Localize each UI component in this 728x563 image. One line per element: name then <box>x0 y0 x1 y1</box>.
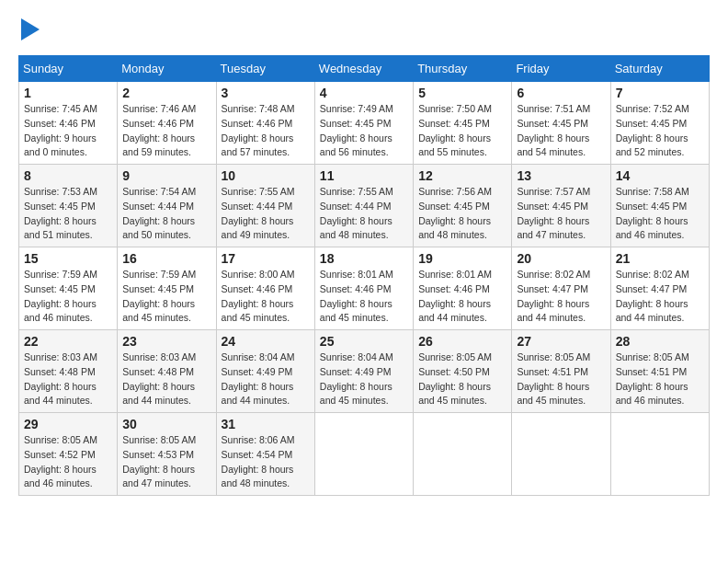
day-number: 11 <box>320 168 408 183</box>
day-header-saturday: Saturday <box>610 56 709 82</box>
day-info: Sunrise: 7:50 AMSunset: 4:45 PMDaylight:… <box>418 102 506 160</box>
day-info: Sunrise: 8:05 AMSunset: 4:53 PMDaylight:… <box>122 433 210 491</box>
calendar-cell: 18Sunrise: 8:01 AMSunset: 4:46 PMDayligh… <box>314 247 413 330</box>
calendar-cell: 5Sunrise: 7:50 AMSunset: 4:45 PMDaylight… <box>414 82 512 165</box>
calendar-cell: 11Sunrise: 7:55 AMSunset: 4:44 PMDayligh… <box>314 165 413 247</box>
day-number: 13 <box>517 168 605 183</box>
calendar-cell: 4Sunrise: 7:49 AMSunset: 4:45 PMDaylight… <box>314 82 413 165</box>
calendar-cell: 2Sunrise: 7:46 AMSunset: 4:46 PMDaylight… <box>118 82 216 165</box>
calendar-cell: 21Sunrise: 8:02 AMSunset: 4:47 PMDayligh… <box>610 247 709 330</box>
calendar-cell: 19Sunrise: 8:01 AMSunset: 4:46 PMDayligh… <box>414 247 512 330</box>
day-number: 10 <box>222 168 310 183</box>
day-info: Sunrise: 7:58 AMSunset: 4:45 PMDaylight:… <box>616 185 704 243</box>
calendar-cell: 29Sunrise: 8:05 AMSunset: 4:52 PMDayligh… <box>19 413 118 496</box>
calendar-cell: 1Sunrise: 7:45 AMSunset: 4:46 PMDaylight… <box>19 82 118 165</box>
day-number: 17 <box>222 251 310 266</box>
day-info: Sunrise: 8:03 AMSunset: 4:48 PMDaylight:… <box>24 350 112 408</box>
calendar-cell: 28Sunrise: 8:05 AMSunset: 4:51 PMDayligh… <box>610 330 709 413</box>
calendar-week-1: 1Sunrise: 7:45 AMSunset: 4:46 PMDaylight… <box>19 82 710 165</box>
day-info: Sunrise: 7:55 AMSunset: 4:44 PMDaylight:… <box>320 185 408 243</box>
day-info: Sunrise: 8:03 AMSunset: 4:48 PMDaylight:… <box>122 350 210 408</box>
day-info: Sunrise: 7:55 AMSunset: 4:44 PMDaylight:… <box>222 185 310 243</box>
calendar-cell: 7Sunrise: 7:52 AMSunset: 4:45 PMDaylight… <box>610 82 709 165</box>
day-header-monday: Monday <box>118 56 216 82</box>
calendar-cell: 14Sunrise: 7:58 AMSunset: 4:45 PMDayligh… <box>610 165 709 247</box>
day-info: Sunrise: 7:46 AMSunset: 4:46 PMDaylight:… <box>122 102 210 160</box>
day-header-friday: Friday <box>512 56 610 82</box>
day-number: 18 <box>320 251 408 266</box>
day-number: 29 <box>24 417 112 431</box>
day-number: 12 <box>418 168 506 183</box>
day-header-tuesday: Tuesday <box>216 56 314 82</box>
calendar-cell: 31Sunrise: 8:06 AMSunset: 4:54 PMDayligh… <box>216 413 314 496</box>
day-number: 27 <box>517 334 605 349</box>
day-header-sunday: Sunday <box>19 56 118 82</box>
day-number: 26 <box>418 334 506 349</box>
day-info: Sunrise: 7:49 AMSunset: 4:45 PMDaylight:… <box>320 102 408 160</box>
calendar-cell: 26Sunrise: 8:05 AMSunset: 4:50 PMDayligh… <box>414 330 512 413</box>
day-info: Sunrise: 8:04 AMSunset: 4:49 PMDaylight:… <box>320 350 408 408</box>
day-info: Sunrise: 7:57 AMSunset: 4:45 PMDaylight:… <box>517 185 605 243</box>
day-number: 2 <box>122 86 210 100</box>
day-info: Sunrise: 8:02 AMSunset: 4:47 PMDaylight:… <box>517 268 605 326</box>
day-number: 28 <box>616 334 704 349</box>
calendar-week-4: 22Sunrise: 8:03 AMSunset: 4:48 PMDayligh… <box>19 330 710 413</box>
calendar-cell <box>610 413 709 496</box>
calendar-cell <box>314 413 413 496</box>
day-info: Sunrise: 7:51 AMSunset: 4:45 PMDaylight:… <box>517 102 605 160</box>
day-number: 30 <box>122 417 210 431</box>
day-number: 31 <box>222 417 310 431</box>
calendar-cell: 27Sunrise: 8:05 AMSunset: 4:51 PMDayligh… <box>512 330 610 413</box>
day-number: 3 <box>222 86 310 100</box>
calendar-cell <box>414 413 512 496</box>
calendar-cell: 30Sunrise: 8:05 AMSunset: 4:53 PMDayligh… <box>118 413 216 496</box>
day-info: Sunrise: 7:59 AMSunset: 4:45 PMDaylight:… <box>122 268 210 326</box>
calendar-cell: 3Sunrise: 7:48 AMSunset: 4:46 PMDaylight… <box>216 82 314 165</box>
day-number: 24 <box>222 334 310 349</box>
day-info: Sunrise: 7:48 AMSunset: 4:46 PMDaylight:… <box>222 102 310 160</box>
day-info: Sunrise: 7:45 AMSunset: 4:46 PMDaylight:… <box>24 102 112 160</box>
calendar-table: SundayMondayTuesdayWednesdayThursdayFrid… <box>18 55 710 496</box>
day-info: Sunrise: 7:59 AMSunset: 4:45 PMDaylight:… <box>24 268 112 326</box>
day-number: 20 <box>517 251 605 266</box>
day-info: Sunrise: 8:01 AMSunset: 4:46 PMDaylight:… <box>418 268 506 326</box>
day-info: Sunrise: 7:54 AMSunset: 4:44 PMDaylight:… <box>122 185 210 243</box>
calendar-cell: 20Sunrise: 8:02 AMSunset: 4:47 PMDayligh… <box>512 247 610 330</box>
day-number: 19 <box>418 251 506 266</box>
day-info: Sunrise: 8:04 AMSunset: 4:49 PMDaylight:… <box>222 350 310 408</box>
calendar-cell: 16Sunrise: 7:59 AMSunset: 4:45 PMDayligh… <box>118 247 216 330</box>
day-header-wednesday: Wednesday <box>314 56 413 82</box>
day-number: 16 <box>122 251 210 266</box>
day-info: Sunrise: 8:05 AMSunset: 4:50 PMDaylight:… <box>418 350 506 408</box>
calendar-cell: 25Sunrise: 8:04 AMSunset: 4:49 PMDayligh… <box>314 330 413 413</box>
calendar-cell: 13Sunrise: 7:57 AMSunset: 4:45 PMDayligh… <box>512 165 610 247</box>
calendar-cell: 8Sunrise: 7:53 AMSunset: 4:45 PMDaylight… <box>19 165 118 247</box>
day-info: Sunrise: 8:02 AMSunset: 4:47 PMDaylight:… <box>616 268 704 326</box>
day-number: 15 <box>24 251 112 266</box>
calendar-cell: 22Sunrise: 8:03 AMSunset: 4:48 PMDayligh… <box>19 330 118 413</box>
calendar-cell: 24Sunrise: 8:04 AMSunset: 4:49 PMDayligh… <box>216 330 314 413</box>
calendar-cell <box>512 413 610 496</box>
day-info: Sunrise: 7:53 AMSunset: 4:45 PMDaylight:… <box>24 185 112 243</box>
calendar-cell: 15Sunrise: 7:59 AMSunset: 4:45 PMDayligh… <box>19 247 118 330</box>
logo <box>18 18 40 40</box>
calendar-cell: 6Sunrise: 7:51 AMSunset: 4:45 PMDaylight… <box>512 82 610 165</box>
day-info: Sunrise: 8:05 AMSunset: 4:51 PMDaylight:… <box>616 350 704 408</box>
day-info: Sunrise: 8:06 AMSunset: 4:54 PMDaylight:… <box>222 433 310 491</box>
calendar-cell: 10Sunrise: 7:55 AMSunset: 4:44 PMDayligh… <box>216 165 314 247</box>
day-info: Sunrise: 8:01 AMSunset: 4:46 PMDaylight:… <box>320 268 408 326</box>
day-info: Sunrise: 7:52 AMSunset: 4:45 PMDaylight:… <box>616 102 704 160</box>
day-number: 9 <box>122 168 210 183</box>
day-number: 5 <box>418 86 506 100</box>
day-info: Sunrise: 8:05 AMSunset: 4:51 PMDaylight:… <box>517 350 605 408</box>
day-number: 21 <box>616 251 704 266</box>
calendar-week-5: 29Sunrise: 8:05 AMSunset: 4:52 PMDayligh… <box>19 413 710 496</box>
page-header <box>18 18 710 40</box>
day-info: Sunrise: 8:00 AMSunset: 4:46 PMDaylight:… <box>222 268 310 326</box>
day-number: 22 <box>24 334 112 349</box>
day-info: Sunrise: 7:56 AMSunset: 4:45 PMDaylight:… <box>418 185 506 243</box>
calendar-cell: 9Sunrise: 7:54 AMSunset: 4:44 PMDaylight… <box>118 165 216 247</box>
day-number: 8 <box>24 168 112 183</box>
day-number: 25 <box>320 334 408 349</box>
day-number: 4 <box>320 86 408 100</box>
